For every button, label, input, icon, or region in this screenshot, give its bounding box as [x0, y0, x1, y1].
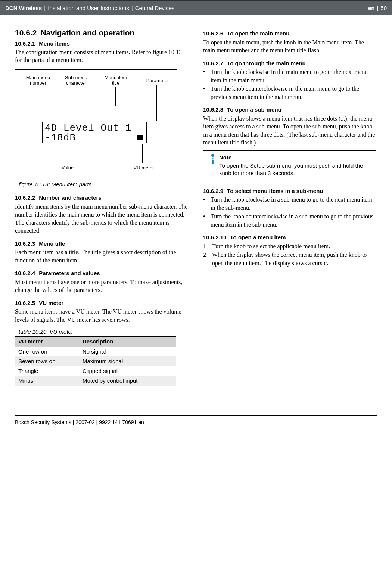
heading-text: Parameters and values — [39, 270, 100, 276]
heading-number: 10.6.2.4 — [15, 270, 35, 276]
body-text: Some menu items have a VU meter. The VU … — [15, 308, 189, 324]
header-sep: | — [131, 4, 133, 12]
bullet-icon: • — [203, 68, 206, 84]
table-cell: Maximum signal — [80, 356, 176, 366]
figure-label: Main menunumber — [21, 75, 55, 86]
heading-text: To open the main menu — [227, 30, 289, 37]
body-text: When the display shows a menu item that … — [203, 115, 377, 147]
bullet-list: •Turn the knob clockwise in the main men… — [203, 68, 377, 101]
subsection-heading: 10.6.2.8To open a sub-menu — [203, 106, 377, 113]
heading-number: 10.6.2.6 — [203, 30, 223, 37]
table-cell: Muted by control input — [80, 376, 176, 386]
heading-text: Number and characters — [39, 194, 102, 201]
figure-menu-item-parts: Main menunumber Sub-menucharacter Menu i… — [15, 69, 177, 178]
heading-text: Navigation and operation — [40, 28, 134, 37]
subsection-heading: 10.6.2.3Menu title — [15, 240, 189, 247]
subsection-heading: 10.6.2.1Menu items — [15, 40, 189, 47]
figure-label: VU meter — [129, 165, 159, 171]
heading-text: Menu items — [39, 40, 70, 47]
note-box: i Note To open the Setup sub-menu, you m… — [203, 150, 376, 181]
header-right: en | 50 — [368, 4, 387, 12]
list-item: •Turn the knob counterclockwise in the m… — [203, 85, 377, 101]
vu-meter-table: VU meter Description One row on No signa… — [15, 336, 176, 386]
figure-caption: figure 10.13: Menu item parts — [19, 181, 189, 188]
figure-leader-line — [115, 87, 116, 106]
note-text: To open the Setup sub-menu, you must pus… — [219, 162, 363, 176]
header-chapter: Central Devices — [135, 4, 175, 12]
figure-leader-line — [131, 121, 156, 121]
list-item-text: When the display shows the correct menu … — [212, 251, 377, 267]
heading-number: 10.6.2.2 — [15, 194, 35, 201]
table-caption: table 10.20: VU meter — [19, 328, 189, 336]
figure-leader-line — [53, 113, 76, 113]
heading-number: 10.6.2.10 — [203, 234, 227, 240]
heading-text: To open a menu item — [230, 234, 286, 240]
table-row: Triangle Clipped signal — [15, 366, 176, 376]
lcd-line-2: -18dB — [45, 133, 144, 143]
heading-number: 10.6.2.1 — [15, 40, 35, 47]
figure-leader-line — [79, 106, 115, 106]
body-text: Identify menu items by the main menu num… — [15, 203, 189, 235]
section-heading: 10.6.2Navigation and operation — [15, 28, 189, 38]
figure-label: Value — [56, 165, 79, 171]
list-item: •Turn the knob clockwise in a sub-menu t… — [203, 196, 377, 212]
bullet-icon: • — [203, 85, 206, 101]
lcd-vu-block-icon — [137, 135, 143, 140]
list-item: •Turn the knob counterclockwise in a sub… — [203, 212, 377, 228]
heading-number: 10.6.2.3 — [15, 240, 35, 247]
page-body: 10.6.2Navigation and operation 10.6.2.1M… — [0, 15, 392, 393]
table-cell: One row on — [15, 347, 80, 356]
list-item-text: Turn the knob clockwise in a sub-menu to… — [211, 196, 377, 212]
body-text: To open the main menu, push the knob in … — [203, 38, 377, 55]
note-title: Note — [219, 154, 371, 161]
table-cell: No signal — [80, 347, 176, 356]
body-text: Most menu items have one or more paramet… — [15, 278, 189, 294]
subsection-heading: 10.6.2.7To go through the main menu — [203, 60, 377, 67]
table-cell: Triangle — [15, 366, 80, 376]
note-content: Note To open the Setup sub-menu, you mus… — [219, 154, 371, 177]
heading-text: Menu title — [39, 240, 65, 247]
body-text: Each menu item has a title. The title gi… — [15, 248, 189, 264]
subsection-heading: 10.6.2.6To open the main menu — [203, 30, 377, 37]
figure-leader-line — [68, 144, 68, 163]
heading-text: VU meter — [39, 300, 63, 306]
left-column: 10.6.2Navigation and operation 10.6.2.1M… — [15, 28, 189, 386]
page-header: DCN Wireless | Installation and User Ins… — [0, 0, 392, 15]
list-item-text: Turn the knob to select the applicable m… — [212, 242, 330, 250]
figure-leader-line — [76, 87, 76, 113]
list-item-text: Turn the knob counterclockwise in a sub-… — [211, 212, 377, 228]
heading-text: To open a sub-menu — [227, 106, 281, 113]
heading-number: 10.6.2.8 — [203, 106, 223, 113]
table-cell: Clipped signal — [80, 366, 176, 376]
table-row: Seven rows on Maximum signal — [15, 356, 176, 366]
figure-leader-line — [38, 87, 38, 121]
table-row: Minus Muted by control input — [15, 376, 176, 386]
bullet-icon: • — [203, 196, 206, 212]
list-item: 1Turn the knob to select the applicable … — [203, 242, 377, 250]
heading-number: 10.6.2 — [15, 28, 37, 37]
heading-text: To go through the main menu — [227, 60, 306, 66]
table-header-row: VU meter Description — [15, 337, 176, 347]
page-footer: Bosch Security Systems | 2007-02 | 9922 … — [15, 415, 377, 429]
table-cell: Seven rows on — [15, 356, 80, 366]
right-column: 10.6.2.6To open the main menu To open th… — [203, 28, 377, 386]
table-row: One row on No signal — [15, 347, 176, 356]
header-left: DCN Wireless | Installation and User Ins… — [5, 4, 175, 12]
list-item: 2When the display shows the correct menu… — [203, 251, 377, 267]
figure-leader-line — [79, 106, 79, 121]
bullet-icon: • — [203, 212, 206, 228]
figure-leader-line — [53, 113, 53, 121]
header-lang: en — [368, 4, 375, 12]
list-number: 1 — [203, 242, 208, 250]
table-header: Description — [80, 337, 176, 347]
bullet-list: •Turn the knob clockwise in a sub-menu t… — [203, 196, 377, 228]
heading-number: 10.6.2.9 — [203, 188, 223, 194]
list-item-text: Turn the knob clockwise in the main menu… — [211, 68, 377, 84]
header-sep: | — [44, 4, 46, 12]
figure-leader-line — [156, 85, 157, 121]
subsection-heading: 10.6.2.9To select menu items in a sub-me… — [203, 187, 377, 195]
list-item-text: Turn the knob counterclockwise in the ma… — [211, 85, 377, 101]
header-page: 50 — [380, 4, 387, 12]
figure-label: Menu itemtitle — [99, 75, 133, 86]
body-text: The configuration menu consists of menu … — [15, 48, 189, 64]
